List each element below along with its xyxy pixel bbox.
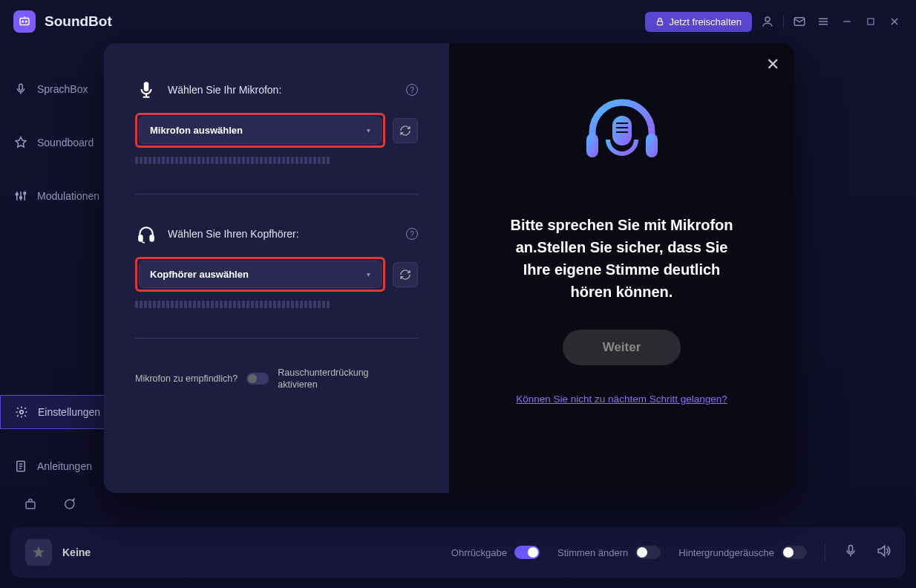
hero-mic-headphones-icon	[574, 88, 670, 187]
headphone-dropdown-highlight: Kopfhörer auswählen ▾	[135, 257, 385, 292]
voice-change-label: Stimmen ändern	[557, 547, 628, 558]
sidebar: SprachBox Soundboard Modulationen Einste…	[0, 43, 119, 527]
next-button[interactable]: Weiter	[563, 330, 681, 365]
divider	[825, 543, 825, 561]
maximize-icon[interactable]	[863, 13, 879, 30]
mic-level-meter	[135, 157, 418, 164]
divider	[783, 15, 784, 28]
titlebar-right: Jetzt freischalten	[645, 12, 903, 32]
unlock-button[interactable]: Jetzt freischalten	[645, 12, 752, 32]
headphone-section: Wählen Sie Ihren Kopfhörer: ? Kopfhörer …	[135, 223, 418, 308]
ear-return-toggle[interactable]	[514, 546, 540, 559]
unlock-label: Jetzt freischalten	[669, 16, 742, 27]
sensitive-label: Mikrofon zu empfindlich?	[135, 373, 238, 384]
sidebar-item-soundboard[interactable]: Soundboard	[0, 126, 119, 159]
svg-point-5	[765, 17, 770, 22]
headphone-dropdown-value: Kopfhörer auswählen	[150, 269, 249, 280]
sidebar-item-label: Modulationen	[37, 190, 99, 202]
section-divider	[135, 194, 418, 195]
microphone-dropdown-value: Mikrofon auswählen	[150, 125, 243, 136]
voice-change-toggle[interactable]	[635, 546, 661, 559]
refresh-icon	[399, 269, 411, 281]
microphone-label: Wählen Sie Ihr Mikrofon:	[168, 84, 396, 96]
preset-label: Keine	[62, 546, 91, 558]
menu-icon[interactable]	[815, 13, 831, 30]
noise-reduction-row: Mikrofon zu empfindlich? Rauschunterdrüc…	[135, 367, 418, 391]
microphone-dropdown-highlight: Mikrofon auswählen ▾	[135, 113, 385, 148]
gear-icon	[14, 405, 29, 419]
svg-rect-0	[20, 19, 29, 25]
sidebar-item-settings[interactable]: Einstellungen	[0, 395, 119, 429]
app-logo-icon	[13, 10, 36, 33]
svg-rect-26	[26, 502, 35, 509]
svg-point-19	[20, 197, 22, 199]
bottom-bar: Keine Ohrrückgabe Stimmen ändern Hinterg…	[10, 527, 906, 578]
help-link[interactable]: Können Sie nicht zu nächtem Schritt gela…	[516, 393, 727, 405]
refresh-icon	[399, 125, 411, 137]
sidebar-item-label: Soundboard	[37, 137, 94, 148]
bg-noise-toggle[interactable]	[782, 546, 807, 559]
sidebar-item-label: Anleitungen	[37, 460, 92, 472]
brand-name: SoundBot	[45, 13, 112, 30]
help-icon[interactable]: ?	[406, 228, 418, 240]
svg-rect-33	[586, 134, 598, 157]
modal-left-panel: Wählen Sie Ihr Mikrofon: ? Mikrofon ausw…	[104, 43, 449, 493]
minimize-icon[interactable]	[839, 13, 855, 30]
bg-noise-label: Hintergrundgeräusche	[678, 547, 774, 558]
svg-rect-27	[849, 546, 853, 552]
star-icon	[31, 545, 46, 560]
svg-rect-11	[868, 19, 874, 24]
headphones-icon	[135, 223, 157, 245]
headphone-dropdown[interactable]: Kopfhörer auswählen ▾	[139, 261, 382, 288]
lock-icon	[655, 17, 664, 26]
svg-point-1	[22, 21, 24, 22]
microphone-dropdown[interactable]: Mikrofon auswählen ▾	[139, 117, 382, 144]
chevron-down-icon: ▾	[367, 126, 370, 134]
brand: SoundBot	[13, 10, 112, 33]
document-icon	[13, 459, 28, 474]
titlebar: SoundBot Jetzt freischalten	[0, 0, 916, 43]
next-button-label: Weiter	[603, 340, 641, 354]
sidebar-item-label: SprachBox	[37, 83, 88, 95]
speaker-status-icon[interactable]	[876, 543, 891, 561]
headphone-label: Wählen Sie Ihren Kopfhörer:	[168, 228, 396, 240]
soundboard-icon	[13, 135, 28, 150]
preset-badge[interactable]	[25, 539, 52, 566]
svg-point-18	[16, 193, 18, 195]
chat-icon[interactable]	[61, 496, 77, 512]
sidebar-item-label: Einstellungen	[38, 406, 100, 418]
help-icon[interactable]: ?	[406, 84, 418, 96]
svg-point-21	[20, 411, 24, 414]
noise-label-line2: aktivieren	[278, 379, 368, 391]
device-setup-modal: Wählen Sie Ihr Mikrofon: ? Mikrofon ausw…	[104, 43, 794, 493]
sidebar-item-modulation[interactable]: Modulationen	[0, 180, 119, 212]
mail-icon[interactable]	[791, 13, 808, 30]
noise-reduction-toggle[interactable]	[246, 373, 269, 385]
microphone-section: Wählen Sie Ihr Mikrofon: ? Mikrofon ausw…	[135, 79, 418, 164]
svg-point-2	[26, 21, 27, 22]
headphone-refresh-button[interactable]	[393, 262, 418, 287]
svg-rect-14	[19, 84, 23, 90]
noise-label-line1: Rauschunterdrückung	[278, 367, 368, 379]
close-icon[interactable]	[886, 13, 903, 30]
mic-status-icon[interactable]	[843, 543, 858, 561]
svg-rect-32	[150, 235, 153, 241]
toolbox-icon[interactable]	[22, 496, 39, 512]
user-icon[interactable]	[759, 13, 776, 30]
chevron-down-icon: ▾	[367, 270, 370, 278]
ear-return-label: Ohrrückgabe	[451, 547, 507, 558]
sidebar-item-sprachbox[interactable]: SprachBox	[0, 73, 119, 105]
microphone-icon	[13, 82, 28, 97]
microphone-refresh-button[interactable]	[393, 118, 418, 143]
instruction-text: Bitte sprechen Sie mit Mikrofon an.Stell…	[503, 214, 741, 303]
microphone-icon	[135, 79, 157, 101]
svg-rect-34	[646, 134, 658, 157]
sliders-icon	[13, 189, 28, 203]
svg-point-20	[24, 192, 26, 195]
svg-rect-4	[658, 22, 663, 25]
svg-rect-35	[612, 116, 632, 146]
svg-rect-28	[144, 82, 149, 91]
sidebar-item-guides[interactable]: Anleitungen	[0, 450, 119, 483]
close-modal-button[interactable]: ✕	[766, 55, 779, 74]
modal-right-panel: ✕ Bitte sprechen Sie mit Mikr	[449, 43, 794, 493]
